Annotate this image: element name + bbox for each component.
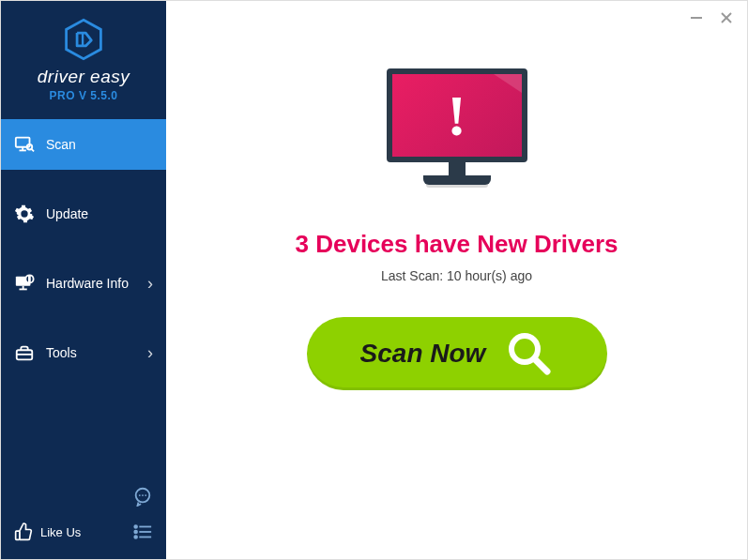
nav-label: Hardware Info — [46, 276, 147, 291]
minimize-button[interactable] — [689, 10, 704, 25]
nav-tools[interactable]: Tools › — [1, 327, 166, 378]
svg-point-20 — [145, 494, 146, 496]
svg-line-9 — [32, 149, 34, 151]
nav-scan[interactable]: Scan — [1, 119, 166, 170]
magnify-icon — [506, 330, 553, 377]
last-scan-label: Last Scan: 10 hour(s) ago — [381, 268, 532, 283]
status-headline: 3 Devices have New Drivers — [296, 230, 618, 259]
nav-hardware-info[interactable]: i Hardware Info › — [1, 258, 166, 309]
feedback-icon[interactable] — [132, 486, 153, 507]
nav-label: Tools — [46, 345, 147, 360]
close-button[interactable] — [719, 10, 734, 25]
logo-area: driver easy PRO V 5.5.0 — [1, 1, 166, 114]
toolbox-icon — [14, 342, 35, 363]
thumbs-up-icon — [14, 522, 33, 541]
nav-label: Scan — [46, 137, 153, 152]
gear-icon — [14, 204, 35, 224]
brand-name: driver easy — [1, 67, 166, 87]
like-us-label: Like Us — [40, 525, 81, 539]
scan-now-button[interactable]: Scan Now — [307, 317, 607, 390]
monitor-search-icon — [14, 134, 35, 155]
svg-text:i: i — [29, 276, 31, 282]
svg-point-26 — [134, 536, 137, 538]
svg-point-18 — [139, 494, 141, 496]
sidebar: driver easy PRO V 5.5.0 Scan — [1, 1, 166, 559]
nav-update[interactable]: Update — [1, 189, 166, 239]
svg-point-19 — [142, 494, 144, 496]
app-logo-icon — [1, 18, 166, 61]
version-label: PRO V 5.5.0 — [1, 89, 166, 102]
chevron-right-icon: › — [147, 274, 153, 294]
svg-point-22 — [134, 525, 137, 528]
like-us-button[interactable]: Like Us — [14, 522, 81, 541]
alert-monitor-graphic: ! — [377, 68, 537, 209]
exclamation-icon: ! — [447, 83, 466, 149]
scan-now-label: Scan Now — [360, 339, 486, 369]
nav: Scan Update i — [1, 119, 166, 486]
menu-icon[interactable] — [132, 522, 153, 542]
svg-rect-21 — [16, 531, 20, 539]
svg-point-24 — [134, 531, 137, 534]
monitor-info-icon: i — [14, 273, 35, 294]
nav-label: Update — [46, 206, 153, 221]
svg-line-29 — [535, 359, 547, 371]
chevron-right-icon: › — [147, 343, 153, 363]
main-content: ! 3 Devices have New Drivers Last Scan: … — [166, 1, 747, 559]
